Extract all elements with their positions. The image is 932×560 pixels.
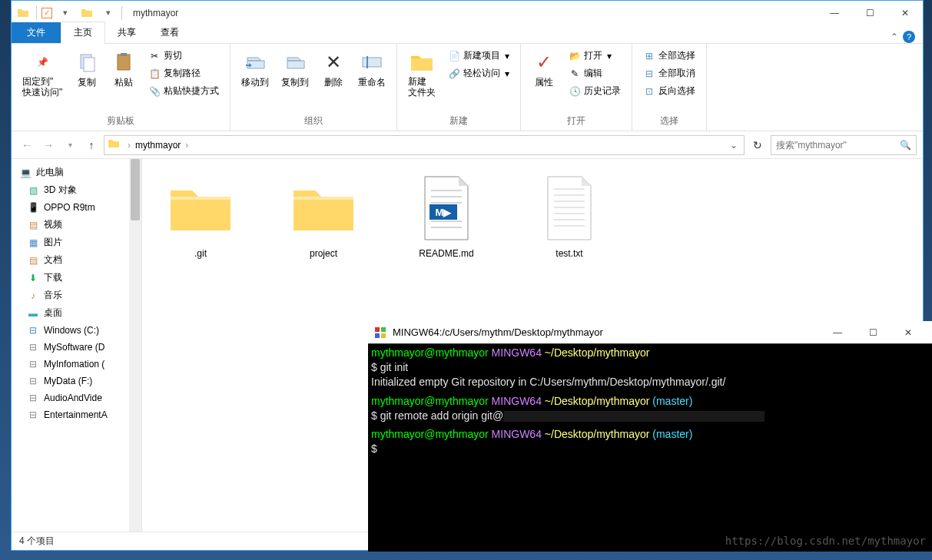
scrollbar-thumb[interactable]: [131, 159, 140, 220]
file-item-test[interactable]: test.txt: [523, 171, 615, 259]
tree-drive-h[interactable]: ⊟EntertainmentA: [12, 406, 141, 423]
drive-icon: ⊟: [27, 358, 39, 370]
chevron-right-icon[interactable]: ›: [184, 140, 190, 151]
new-item-button[interactable]: 📄新建项目▾: [443, 47, 514, 65]
nav-tree[interactable]: 💻此电脑 ▧3D 对象 📱OPPO R9tm ▤视频 ▦图片 ▤文档 ⬇下载 ♪…: [12, 159, 142, 532]
txt-file-icon: [532, 171, 606, 245]
tree-drive-e[interactable]: ⊟MyInfomation (: [12, 356, 141, 373]
move-to-button[interactable]: 移动到: [237, 47, 274, 92]
desktop-icon: ▬: [27, 307, 39, 320]
folder-icon: [410, 50, 434, 75]
paste-button[interactable]: 粘贴: [107, 47, 141, 92]
svg-rect-22: [375, 333, 380, 338]
documents-icon: ▤: [27, 254, 39, 267]
edit-button[interactable]: ✎编辑: [564, 65, 625, 82]
up-button[interactable]: ↑: [82, 136, 101, 154]
tree-drive-f[interactable]: ⊟MyData (F:): [12, 373, 141, 389]
tab-share[interactable]: 共享: [105, 22, 148, 43]
breadcrumb-dropdown[interactable]: ⌄: [727, 140, 741, 151]
pin-button[interactable]: 📌固定到" 快速访问": [18, 47, 67, 101]
tree-desktop[interactable]: ▬桌面: [12, 304, 141, 322]
dropdown-icon[interactable]: ▾: [100, 5, 117, 22]
close-button[interactable]: ✕: [887, 2, 923, 25]
rename-button[interactable]: 重命名: [353, 47, 390, 92]
select-all-button[interactable]: ⊞全部选择: [638, 47, 700, 65]
svg-rect-21: [381, 327, 386, 332]
file-item-project[interactable]: project: [277, 171, 370, 259]
history-button[interactable]: 🕓历史记录: [564, 82, 625, 100]
close-button[interactable]: ✕: [891, 321, 926, 344]
dropdown-icon[interactable]: ▾: [57, 5, 74, 22]
back-button[interactable]: ←: [18, 136, 36, 154]
tree-pictures[interactable]: ▦图片: [12, 234, 141, 251]
tab-home[interactable]: 主页: [61, 22, 105, 44]
search-icon[interactable]: 🔍: [900, 140, 911, 151]
search-box[interactable]: 🔍: [771, 135, 917, 155]
ribbon-group-clipboard: 📌固定到" 快速访问" 复制 粘贴 ✂剪切 📋复制路径 📎粘贴快捷方式 剪贴板: [12, 44, 231, 131]
window-controls: — ☐ ✕: [817, 2, 923, 25]
drive-icon: ⊟: [27, 324, 39, 336]
terminal-line: $ git init: [371, 360, 929, 375]
tree-drive-g[interactable]: ⊟AudioAndVide: [12, 389, 141, 406]
downloads-icon: ⬇: [27, 272, 39, 284]
svg-rect-1: [84, 58, 95, 71]
file-item-git[interactable]: .git: [154, 171, 247, 259]
window-title: mythmayor: [133, 8, 178, 18]
tree-music[interactable]: ♪音乐: [12, 287, 141, 304]
cut-icon: ✂: [148, 50, 161, 62]
group-label: 打开: [527, 113, 625, 129]
ribbon-collapse[interactable]: ⌃?: [891, 31, 923, 43]
file-item-readme[interactable]: M▶ README.md: [400, 171, 493, 259]
checkbox-icon[interactable]: ✓: [41, 8, 52, 18]
easy-access-button[interactable]: 🔗轻松访问▾: [443, 65, 514, 82]
tree-drive-d[interactable]: ⊟MySoftware (D: [12, 339, 141, 356]
scrollbar[interactable]: [129, 159, 141, 532]
open-icon: 📂: [569, 50, 581, 62]
tree-this-pc[interactable]: 💻此电脑: [12, 164, 141, 181]
paste-shortcut-button[interactable]: 📎粘贴快捷方式: [144, 82, 224, 100]
copy-to-button[interactable]: 复制到: [277, 47, 313, 92]
recent-dropdown[interactable]: ▾: [61, 136, 79, 154]
properties-button[interactable]: ✓属性: [527, 47, 561, 92]
ribbon-group-new: 新建 文件夹 📄新建项目▾ 🔗轻松访问▾ 新建: [397, 44, 521, 131]
chevron-right-icon[interactable]: ›: [126, 140, 132, 151]
terminal-window-controls: — ☐ ✕: [820, 321, 926, 344]
terminal-title: MINGW64:/c/Users/mythm/Desktop/mythmayor: [393, 326, 603, 338]
cut-button[interactable]: ✂剪切: [144, 47, 224, 65]
tree-videos[interactable]: ▤视频: [12, 216, 141, 234]
ribbon-group-select: ⊞全部选择 ⊟全部取消 ⊡反向选择 选择: [632, 44, 707, 131]
delete-button[interactable]: ✕删除: [317, 47, 350, 92]
invert-selection-button[interactable]: ⊡反向选择: [638, 82, 700, 100]
select-none-button[interactable]: ⊟全部取消: [638, 65, 700, 82]
breadcrumb-item[interactable]: mythmayor: [132, 140, 184, 151]
maximize-button[interactable]: ☐: [852, 2, 887, 25]
search-input[interactable]: [776, 140, 900, 151]
folder-icon: [164, 171, 237, 245]
tree-oppo[interactable]: 📱OPPO R9tm: [12, 199, 141, 216]
copy-path-button[interactable]: 📋复制路径: [144, 65, 224, 82]
tab-view[interactable]: 查看: [148, 22, 191, 43]
tree-downloads[interactable]: ⬇下载: [12, 269, 141, 287]
group-label: 组织: [237, 113, 390, 129]
breadcrumb[interactable]: › mythmayor › ⌄: [104, 135, 745, 155]
tree-3d-objects[interactable]: ▧3D 对象: [12, 181, 141, 199]
new-folder-button[interactable]: 新建 文件夹: [403, 47, 440, 101]
open-button[interactable]: 📂打开▾: [564, 47, 625, 65]
paste-icon: [111, 50, 136, 75]
drive-icon: ⊟: [27, 375, 39, 387]
drive-icon: ⊟: [27, 392, 39, 404]
minimize-button[interactable]: —: [817, 2, 852, 25]
terminal-body[interactable]: mythmayor@mythmayor MINGW64 ~/Desktop/my…: [368, 344, 932, 552]
git-bash-icon: [374, 326, 386, 339]
minimize-button[interactable]: —: [820, 321, 855, 344]
refresh-button[interactable]: ↻: [748, 135, 768, 155]
forward-button[interactable]: →: [39, 136, 58, 154]
tab-file[interactable]: 文件: [12, 22, 61, 43]
tree-drive-c[interactable]: ⊟Windows (C:): [12, 322, 141, 339]
copy-to-icon: [283, 50, 307, 75]
maximize-button[interactable]: ☐: [855, 321, 891, 344]
copy-button[interactable]: 复制: [70, 47, 104, 92]
help-icon[interactable]: ?: [903, 31, 915, 43]
tree-documents[interactable]: ▤文档: [12, 251, 141, 269]
drive-icon: ⊟: [27, 341, 39, 353]
